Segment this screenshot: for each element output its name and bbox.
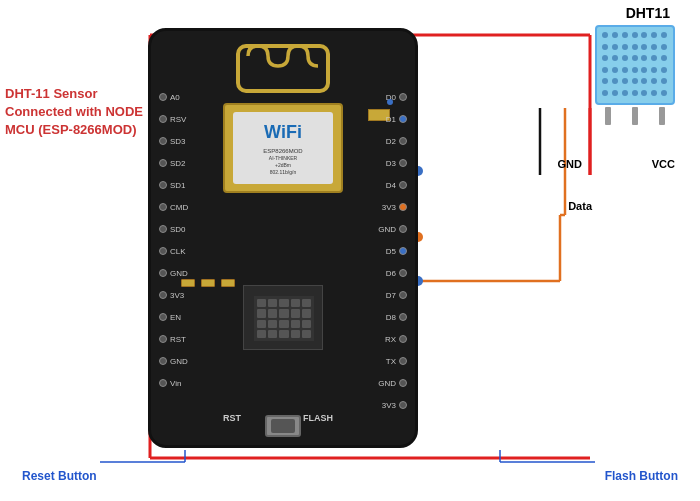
vcc-label: VCC [652, 158, 675, 170]
gnd-label: GND [558, 158, 582, 170]
diagram-container: { "title": "DHT-11 Sensor Connected with… [0, 0, 700, 501]
rst-label: RST [223, 413, 241, 423]
title-label: DHT-11 Sensor Connected with NODE MCU (E… [5, 85, 145, 140]
reset-button-label: Reset Button [22, 469, 97, 483]
led-blue [387, 99, 393, 105]
dht11-pins [595, 107, 675, 125]
data-label: Data [568, 200, 592, 212]
flash-button-label: Flash Button [605, 469, 678, 483]
left-pins: A0 RSV SD3 SD2 SD1 CMD SD0 CLK GND 3V3 E… [159, 86, 188, 394]
nodemcu-board: WiFi ESP8266MOD AI-THINKER +2dBm 802.11b… [148, 28, 418, 448]
antenna [233, 41, 333, 96]
dht11-body [595, 25, 675, 105]
dht11-sensor [595, 25, 675, 125]
dht11-title-label: DHT11 [626, 5, 670, 21]
right-pins: D0 D1 D2 D3 D4 3V3 GND D5 D6 D7 D8 RX TX… [378, 86, 407, 416]
cpu-chip [243, 285, 323, 350]
flash-label: FLASH [303, 413, 333, 423]
usb-port [265, 415, 301, 437]
svg-rect-18 [238, 46, 328, 91]
wifi-module: WiFi ESP8266MOD AI-THINKER +2dBm 802.11b… [223, 103, 343, 193]
